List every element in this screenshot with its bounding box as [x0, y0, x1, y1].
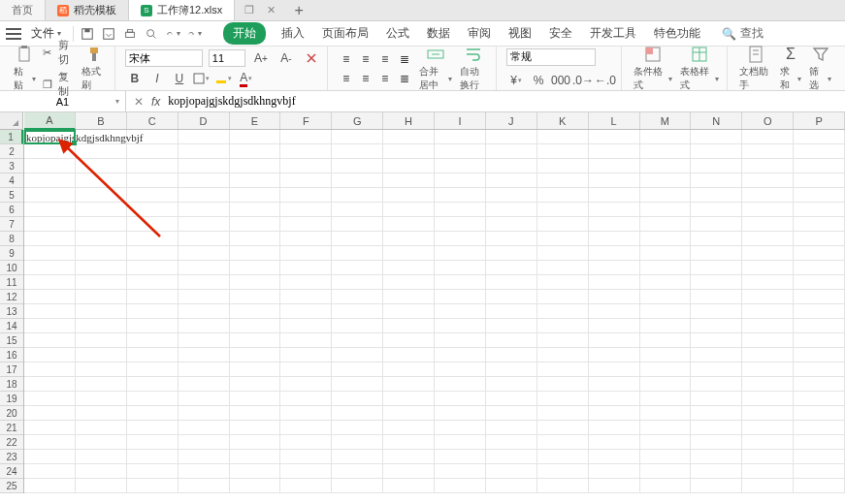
row-header-16[interactable]: 16: [0, 348, 23, 362]
ribbon-tab-special[interactable]: 特色功能: [652, 21, 702, 46]
cell[interactable]: [640, 421, 692, 435]
conditional-format-button[interactable]: 条件格式: [632, 45, 674, 92]
cell[interactable]: [76, 188, 127, 203]
cell[interactable]: [435, 203, 486, 217]
cell[interactable]: [383, 406, 435, 421]
font-size-select[interactable]: [209, 49, 245, 67]
cell[interactable]: [332, 406, 383, 421]
cell[interactable]: [486, 319, 537, 333]
cell[interactable]: [383, 290, 435, 304]
cell[interactable]: [24, 188, 76, 203]
cell[interactable]: [486, 464, 537, 479]
cell[interactable]: [127, 203, 179, 217]
cell[interactable]: [179, 232, 230, 246]
cell[interactable]: [640, 333, 692, 348]
cell[interactable]: [589, 159, 640, 173]
cell[interactable]: [691, 130, 742, 144]
col-header-A[interactable]: A: [24, 112, 76, 130]
cell[interactable]: [742, 173, 794, 188]
tab-workbook[interactable]: S 工作簿12.xlsx: [129, 0, 235, 20]
row-header-1[interactable]: 1: [0, 130, 23, 144]
number-format-select[interactable]: [506, 48, 596, 66]
cell[interactable]: [486, 275, 537, 290]
cell[interactable]: [127, 392, 179, 406]
cell[interactable]: [230, 392, 281, 406]
cell[interactable]: [127, 144, 179, 159]
cell[interactable]: [589, 304, 640, 319]
cell[interactable]: [76, 435, 127, 450]
cell[interactable]: [280, 188, 332, 203]
cell[interactable]: [24, 275, 76, 290]
cell[interactable]: [383, 217, 435, 232]
cell[interactable]: [640, 217, 692, 232]
cell[interactable]: [127, 421, 179, 435]
cell[interactable]: [332, 333, 383, 348]
cell[interactable]: [230, 261, 281, 275]
cell[interactable]: [179, 435, 230, 450]
cell[interactable]: [280, 232, 332, 246]
cell[interactable]: [537, 246, 589, 261]
cell[interactable]: [691, 362, 742, 377]
col-header-I[interactable]: I: [435, 112, 486, 129]
cell[interactable]: [179, 246, 230, 261]
currency-icon[interactable]: ¥: [506, 72, 526, 89]
cell[interactable]: [589, 246, 640, 261]
cell[interactable]: [640, 275, 692, 290]
cell[interactable]: [280, 421, 332, 435]
cell[interactable]: [76, 144, 127, 159]
cell[interactable]: [435, 232, 486, 246]
cell[interactable]: [280, 144, 332, 159]
cell[interactable]: [76, 319, 127, 333]
cell[interactable]: [179, 333, 230, 348]
cell[interactable]: [742, 217, 794, 232]
cell[interactable]: [280, 377, 332, 392]
cell[interactable]: [486, 362, 537, 377]
cell[interactable]: [691, 319, 742, 333]
cell[interactable]: [537, 275, 589, 290]
cell[interactable]: [76, 333, 127, 348]
cell[interactable]: [230, 435, 281, 450]
cell[interactable]: [486, 217, 537, 232]
cell[interactable]: [742, 450, 794, 464]
underline-button[interactable]: U: [170, 70, 189, 87]
row-header-8[interactable]: 8: [0, 232, 23, 246]
cell[interactable]: [435, 261, 486, 275]
align-top-icon[interactable]: ≡: [338, 50, 355, 68]
cell[interactable]: [179, 348, 230, 362]
cell[interactable]: [691, 333, 742, 348]
cell[interactable]: [691, 246, 742, 261]
cell[interactable]: [537, 333, 589, 348]
cell[interactable]: [76, 348, 127, 362]
cell[interactable]: [280, 435, 332, 450]
cell[interactable]: [383, 203, 435, 217]
cell[interactable]: [691, 173, 742, 188]
cell[interactable]: [230, 246, 281, 261]
cell[interactable]: [76, 304, 127, 319]
col-header-C[interactable]: C: [127, 112, 179, 129]
cell[interactable]: [383, 479, 435, 493]
cell[interactable]: [589, 217, 640, 232]
cell[interactable]: [179, 319, 230, 333]
cell[interactable]: [24, 333, 76, 348]
ribbon-tab-security[interactable]: 安全: [547, 21, 574, 46]
cell[interactable]: [537, 159, 589, 173]
cell[interactable]: [486, 130, 537, 144]
cell[interactable]: [383, 435, 435, 450]
cell[interactable]: [24, 377, 76, 392]
cell[interactable]: [230, 377, 281, 392]
cell[interactable]: [794, 173, 845, 188]
ribbon-tab-dev[interactable]: 开发工具: [588, 21, 638, 46]
cell[interactable]: [742, 275, 794, 290]
cell[interactable]: [589, 144, 640, 159]
search-button[interactable]: 🔍 查找: [722, 25, 764, 42]
cell[interactable]: [127, 173, 179, 188]
cell[interactable]: [435, 464, 486, 479]
cell[interactable]: [742, 348, 794, 362]
cell[interactable]: [24, 319, 76, 333]
cell[interactable]: [179, 188, 230, 203]
cell[interactable]: [179, 406, 230, 421]
cell[interactable]: [742, 261, 794, 275]
cell[interactable]: [537, 304, 589, 319]
cell[interactable]: [383, 144, 435, 159]
cell[interactable]: [794, 217, 845, 232]
